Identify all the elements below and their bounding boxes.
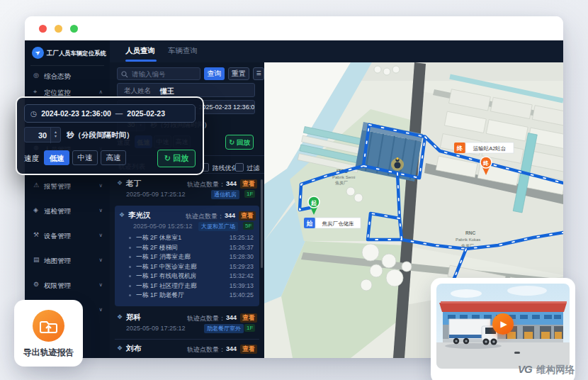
timeline-dot bbox=[129, 294, 131, 296]
chevron-down-icon: ∨ bbox=[99, 182, 103, 189]
sidebar-item-label: 设备管理 bbox=[44, 232, 71, 241]
tab-vehicle-query[interactable]: 车辆查询 bbox=[168, 46, 198, 56]
chevron-down-icon: ∨ bbox=[99, 257, 103, 263]
speed-mid-button[interactable]: 中速 bbox=[72, 150, 98, 165]
map-label-rnc: RNC bbox=[465, 230, 475, 235]
floor-tag: 1F bbox=[244, 324, 255, 332]
stop-place: 一栋 2F 楼梯间 bbox=[136, 244, 178, 252]
export-label: 导出轨迹报告 bbox=[14, 347, 83, 359]
device-icon: ⚒ bbox=[33, 231, 39, 238]
timeline-dot bbox=[129, 247, 131, 249]
sliders-icon: ☰ bbox=[256, 70, 261, 77]
stop-time: 15:25:12 bbox=[230, 234, 254, 241]
speed-low-button[interactable]: 低速 bbox=[44, 150, 69, 165]
chevron-down-icon: ∨ bbox=[99, 306, 103, 313]
stepper-arrows[interactable]: ▴ ▾ bbox=[50, 128, 60, 143]
stop-row[interactable]: 一栋 1F 中医诊室走廊 15:29:23 bbox=[129, 263, 255, 273]
interval-value: 30 bbox=[38, 131, 47, 140]
person-track-icon: ❖ bbox=[117, 313, 123, 320]
time-settings-popup: ◷2024-02-23 12:36:00—2025-02-23 12:36:00… bbox=[16, 96, 204, 175]
sidebar-item-alarm[interactable]: ⚠ 报警管理 ∨ bbox=[25, 181, 110, 192]
view-link[interactable]: 查看 bbox=[240, 179, 257, 189]
stop-row[interactable]: 一栋 2F 楼梯间 15:26:37 bbox=[129, 244, 255, 254]
replay-icon: ↻ bbox=[164, 154, 171, 162]
speed-high-button[interactable]: 高速 bbox=[101, 150, 126, 165]
view-link[interactable]: 查看 bbox=[240, 345, 257, 354]
stop-place: 一栋 1F 消毒室走廊 bbox=[136, 253, 191, 262]
stop-row[interactable]: 一栋 2F 休息室1 15:25:12 bbox=[129, 234, 255, 244]
minimize-window-dot[interactable] bbox=[55, 25, 62, 33]
person-name-value: 懂王 bbox=[160, 86, 174, 96]
view-link[interactable]: 查看 bbox=[240, 313, 257, 323]
stop-row[interactable]: 一栋 1F 社区理疗走廊 15:39:13 bbox=[129, 282, 255, 292]
sidebar-item-equipment[interactable]: ⚒ 设备管理 ∨ bbox=[25, 230, 110, 242]
interval-stepper-large[interactable]: 30 ▴ ▾ bbox=[24, 127, 61, 142]
view-link[interactable]: 查看 bbox=[239, 211, 256, 220]
checkbox-icon[interactable] bbox=[235, 163, 244, 172]
start-pin-glyph: 起 bbox=[310, 200, 317, 206]
maximize-window-dot[interactable] bbox=[70, 25, 78, 33]
playback-button-large[interactable]: ↻ 回放 bbox=[157, 150, 196, 167]
location-icon: ⌖ bbox=[33, 88, 37, 96]
start-station-label[interactable]: 始 焦炭厂仓储库 bbox=[304, 218, 361, 228]
reset-button[interactable]: 重置 bbox=[228, 67, 249, 80]
count-label: 轨迹点数量： bbox=[186, 212, 224, 221]
track-time: 2025-05-09 17:25:12 bbox=[126, 325, 186, 332]
sidebar-item-permission[interactable]: ⚙ 权限管理 ∨ bbox=[25, 280, 110, 291]
play-button[interactable]: ▶ bbox=[492, 313, 514, 335]
sidebar-item-map-manage[interactable]: ▤ 地图管理 ∨ bbox=[25, 255, 110, 267]
query-button[interactable]: 查询 bbox=[204, 67, 225, 80]
brand-name: 维构网络 bbox=[536, 364, 575, 375]
timeline-dot bbox=[129, 256, 131, 258]
person-track-icon: ❖ bbox=[117, 179, 123, 186]
stop-row[interactable]: 一栋 1F 有线电视机房 15:32:42 bbox=[129, 272, 255, 282]
track-person-name: 李光汉 bbox=[128, 211, 151, 220]
sidebar-item-overview[interactable]: ◎ 综合态势 bbox=[25, 71, 110, 82]
export-report-card[interactable]: 导出轨迹报告 bbox=[14, 300, 83, 367]
location-tag: 通信机房 bbox=[211, 190, 239, 199]
stop-time: 15:28:30 bbox=[230, 253, 254, 260]
floor-tag: 5F bbox=[243, 222, 254, 230]
stop-row[interactable]: 一栋 1F 消毒室走廊 15:28:30 bbox=[129, 253, 255, 263]
clock-icon: ◷ bbox=[30, 109, 37, 118]
timeline-dot bbox=[129, 285, 131, 287]
export-icon bbox=[33, 310, 64, 342]
track-item-selected[interactable]: ❖ 李光汉 轨迹点数量： 344 查看 2025-05-09 15:25:12 … bbox=[115, 206, 259, 306]
tab-person-query[interactable]: 人员查询 bbox=[125, 46, 155, 56]
end-station-label[interactable]: 终 运输站A2站台 bbox=[454, 142, 514, 153]
count-value: 344 bbox=[225, 212, 235, 219]
search-text-field[interactable] bbox=[130, 69, 197, 79]
step-down-icon[interactable]: ▾ bbox=[51, 134, 60, 138]
playback-button[interactable]: ↻ 回放 bbox=[225, 135, 254, 150]
chevron-down-icon: ∨ bbox=[99, 207, 103, 213]
close-window-dot[interactable] bbox=[39, 25, 47, 33]
window-titlebar bbox=[25, 16, 563, 40]
end-badge: 终 bbox=[456, 145, 463, 152]
map-label-coke-plant: 焦炭厂 bbox=[335, 181, 348, 186]
count-label: 轨迹点数量： bbox=[187, 345, 225, 354]
stop-row[interactable]: 一栋 1F 助老餐厅 15:40:25 bbox=[129, 291, 255, 301]
overview-icon: ◎ bbox=[33, 72, 39, 79]
stop-place: 一栋 1F 中医诊室走廊 bbox=[136, 263, 197, 272]
track-item[interactable]: ❖ 刘布 轨迹点数量： 344 查看 bbox=[115, 343, 259, 357]
vg-logo: VG bbox=[518, 363, 532, 375]
panel-scrollbar[interactable] bbox=[261, 179, 263, 268]
track-item[interactable]: ❖ 老丁 轨迹点数量： 344 查看 2025-05-09 17:25:12 通… bbox=[115, 178, 259, 202]
end-station-name: 运输站A2站台 bbox=[473, 145, 507, 152]
video-thumbnail[interactable]: ▶ bbox=[436, 284, 570, 369]
count-label: 轨迹点数量： bbox=[187, 314, 225, 323]
date-range-input-large[interactable]: ◷2024-02-23 12:36:00—2025-02-23 12:36:00 bbox=[24, 104, 196, 123]
count-value: 344 bbox=[226, 314, 237, 321]
filter-more-button[interactable]: ☰ bbox=[253, 67, 264, 80]
playback-label: 回放 bbox=[173, 154, 188, 162]
patrol-icon: ◈ bbox=[33, 206, 38, 213]
search-icon bbox=[121, 71, 128, 78]
track-person-name: 刘布 bbox=[126, 344, 141, 354]
person-track-icon: ❖ bbox=[117, 345, 123, 352]
sidebar-item-inspection[interactable]: ◈ 巡检管理 ∨ bbox=[25, 206, 110, 217]
track-item[interactable]: ❖ 郑科 轨迹点数量： 344 查看 2025-05-09 17:25:12 助… bbox=[115, 312, 259, 336]
search-input[interactable] bbox=[117, 67, 200, 80]
count-value: 344 bbox=[226, 345, 237, 352]
timeline-dot bbox=[129, 266, 131, 268]
person-name-field[interactable]: 老人姓名 懂王 bbox=[117, 83, 255, 97]
